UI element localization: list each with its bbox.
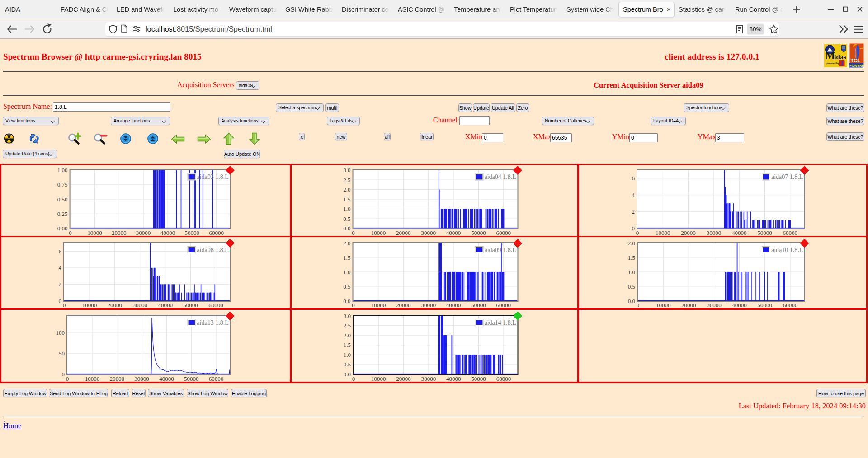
- svg-text:60000: 60000: [496, 229, 511, 236]
- svg-text:aida07 1.8.L: aida07 1.8.L: [771, 173, 803, 180]
- svg-text:0.75: 0.75: [57, 181, 68, 188]
- svg-text:idas: idas: [834, 53, 846, 61]
- svg-text:60000: 60000: [209, 229, 224, 236]
- svg-text:30000: 30000: [421, 229, 436, 236]
- svg-text:2.0: 2.0: [628, 240, 635, 247]
- svg-text:20000: 20000: [681, 302, 696, 308]
- svg-text:50000: 50000: [757, 229, 772, 236]
- svg-text:2.0: 2.0: [344, 332, 351, 338]
- svg-text:0: 0: [352, 302, 355, 308]
- svg-text:50000: 50000: [471, 302, 486, 308]
- svg-text:1.0: 1.0: [344, 351, 351, 358]
- svg-text:aida04 1.8.L: aida04 1.8.L: [485, 173, 516, 180]
- svg-text:30000: 30000: [136, 229, 151, 236]
- svg-text:POWERED: POWERED: [849, 64, 864, 68]
- svg-text:0.0: 0.0: [628, 298, 635, 304]
- svg-text:0: 0: [636, 229, 639, 236]
- svg-text:0.5: 0.5: [344, 361, 351, 368]
- svg-text:0.0: 0.0: [344, 371, 351, 378]
- svg-text:0.0: 0.0: [343, 225, 350, 232]
- svg-text:1.0: 1.0: [343, 269, 350, 276]
- svg-text:2: 2: [59, 281, 62, 288]
- svg-text:40000: 40000: [446, 302, 461, 308]
- svg-text:10000: 10000: [87, 229, 102, 236]
- svg-text:20000: 20000: [109, 375, 124, 382]
- svg-text:0.5: 0.5: [343, 283, 350, 290]
- svg-text:60000: 60000: [209, 375, 224, 382]
- svg-text:TCL: TCL: [851, 58, 861, 63]
- svg-text:3.0: 3.0: [343, 167, 350, 173]
- svg-text:10000: 10000: [656, 229, 670, 236]
- svg-text:0.00: 0.00: [57, 225, 68, 232]
- svg-text:0.50: 0.50: [57, 196, 68, 202]
- svg-text:50000: 50000: [183, 302, 198, 308]
- svg-text:3.0: 3.0: [344, 312, 351, 319]
- svg-text:10000: 10000: [85, 375, 100, 382]
- svg-text:aida13 1.8.L: aida13 1.8.L: [197, 319, 229, 326]
- svg-text:80%: 80%: [749, 26, 761, 33]
- svg-text:0: 0: [69, 229, 72, 236]
- svg-text:20000: 20000: [112, 229, 127, 236]
- svg-text:2: 2: [632, 208, 635, 215]
- svg-text:0: 0: [637, 302, 640, 308]
- svg-text:30000: 30000: [707, 229, 722, 236]
- svg-text:20000: 20000: [396, 229, 411, 236]
- svg-text:30000: 30000: [421, 375, 436, 382]
- svg-text:20000: 20000: [396, 375, 411, 382]
- svg-text:50000: 50000: [758, 302, 773, 308]
- svg-text:50000: 50000: [184, 375, 199, 382]
- svg-text:60000: 60000: [496, 375, 511, 382]
- svg-text:30000: 30000: [134, 375, 149, 382]
- svg-text:0.5: 0.5: [343, 215, 350, 222]
- svg-text:0: 0: [63, 302, 66, 308]
- svg-text:2.5: 2.5: [344, 322, 351, 329]
- svg-text:6: 6: [632, 175, 635, 182]
- svg-text:0: 0: [352, 229, 355, 236]
- svg-text:60000: 60000: [783, 302, 798, 308]
- svg-text:20000: 20000: [396, 302, 411, 308]
- svg-text:1.0: 1.0: [343, 206, 350, 212]
- svg-text:1.5: 1.5: [344, 341, 351, 348]
- svg-text:30000: 30000: [707, 302, 722, 308]
- svg-text:50000: 50000: [471, 375, 486, 382]
- svg-text:20000: 20000: [681, 229, 696, 236]
- svg-text:60000: 60000: [208, 302, 223, 308]
- svg-text:10000: 10000: [656, 302, 671, 308]
- svg-text:40000: 40000: [159, 375, 174, 382]
- svg-text:aida08 1.8.L: aida08 1.8.L: [197, 247, 229, 253]
- svg-text:6: 6: [59, 248, 62, 255]
- svg-text:10000: 10000: [82, 302, 97, 308]
- svg-text:0: 0: [59, 298, 62, 304]
- svg-text:4: 4: [59, 264, 62, 271]
- svg-text:0: 0: [352, 375, 355, 382]
- svg-text:60000: 60000: [783, 229, 798, 236]
- svg-text:0: 0: [66, 375, 69, 382]
- svg-text:2.0: 2.0: [343, 240, 350, 247]
- svg-text:0.0: 0.0: [343, 298, 350, 304]
- svg-text:40000: 40000: [446, 229, 461, 236]
- svg-text:30000: 30000: [133, 302, 148, 308]
- svg-text:30000: 30000: [421, 302, 436, 308]
- svg-text:10000: 10000: [371, 229, 386, 236]
- svg-text:1.5: 1.5: [343, 196, 350, 202]
- svg-text:1.5: 1.5: [628, 254, 635, 261]
- svg-text:50000: 50000: [471, 229, 486, 236]
- svg-text:40000: 40000: [160, 229, 175, 236]
- svg-text:10000: 10000: [371, 375, 386, 382]
- svg-text:0.5: 0.5: [628, 283, 635, 290]
- svg-text:localhost: localhost: [146, 25, 175, 33]
- svg-text:aida10 1.8.L: aida10 1.8.L: [771, 247, 803, 253]
- svg-text:40000: 40000: [732, 302, 747, 308]
- svg-text:2.5: 2.5: [343, 176, 350, 183]
- svg-text:4: 4: [632, 192, 635, 198]
- svg-text:0: 0: [62, 371, 65, 378]
- svg-text:40000: 40000: [732, 229, 747, 236]
- svg-text:aida03 1.8.L: aida03 1.8.L: [197, 173, 229, 180]
- svg-text:powered by: powered by: [826, 62, 839, 65]
- svg-text:1.00: 1.00: [57, 167, 68, 173]
- svg-text:0: 0: [632, 225, 635, 232]
- svg-text:10000: 10000: [371, 302, 386, 308]
- svg-text:1.0: 1.0: [628, 269, 635, 276]
- svg-text:60000: 60000: [496, 302, 511, 308]
- svg-text:aida14 1.8.L: aida14 1.8.L: [485, 319, 516, 326]
